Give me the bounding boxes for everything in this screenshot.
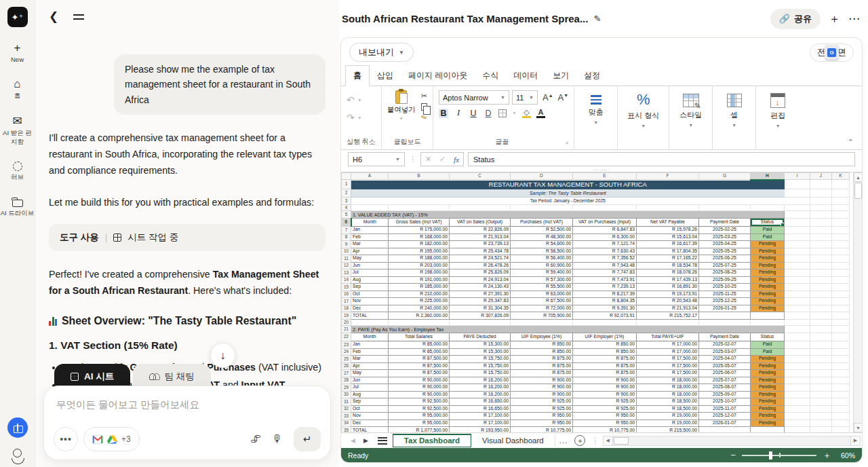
- grid-cell[interactable]: Apr: [351, 362, 389, 370]
- grid-cell[interactable]: R 18,000.00: [637, 391, 699, 398]
- grid-cell[interactable]: Jan: [351, 341, 389, 349]
- row-header-27[interactable]: 27: [342, 370, 351, 377]
- grid-cell[interactable]: Oct: [351, 291, 389, 298]
- row-header-18[interactable]: 18: [342, 305, 351, 312]
- status-cell[interactable]: Pending: [751, 419, 785, 427]
- row-header-9[interactable]: 9: [342, 241, 351, 248]
- grid-cell[interactable]: R 26,478.26: [450, 262, 511, 269]
- grid-cell[interactable]: Nov: [351, 298, 389, 305]
- grid-cell[interactable]: R 210,000.00: [389, 291, 450, 298]
- grid-cell[interactable]: R 900.00: [573, 377, 637, 384]
- grid-cell[interactable]: [832, 241, 850, 248]
- cancel-entry-button[interactable]: ✕: [425, 155, 431, 164]
- attach-icon[interactable]: 🖇: [250, 433, 261, 445]
- grid-cell[interactable]: [832, 189, 850, 198]
- row-header-34[interactable]: 34: [342, 419, 351, 427]
- grid-cell[interactable]: [832, 413, 850, 420]
- row-header-8[interactable]: 8: [342, 234, 351, 241]
- font-dialog-launcher-icon[interactable]: ⌟: [566, 137, 569, 145]
- grid-cell[interactable]: [785, 398, 810, 406]
- row-header-11[interactable]: 11: [342, 255, 351, 263]
- grid-cell[interactable]: [810, 276, 832, 284]
- grid-cell[interactable]: 2025-10-25: [699, 284, 751, 291]
- grid-cell[interactable]: R 705,900.00: [511, 312, 573, 320]
- grid-cell[interactable]: R 25,826.09: [450, 269, 511, 277]
- grid-cell[interactable]: [785, 370, 810, 377]
- grid-cell[interactable]: 2026-01-25: [699, 305, 751, 312]
- grid-cell[interactable]: R 19,173.91: [637, 291, 699, 298]
- status-cell[interactable]: Paid: [751, 234, 785, 241]
- grid-cell[interactable]: R 22,826.09: [450, 227, 511, 234]
- grid-cell[interactable]: [832, 234, 850, 241]
- grid-cell[interactable]: R 17,804.35: [637, 248, 699, 255]
- grid-cell[interactable]: R 203,000.00: [389, 262, 450, 269]
- ribbon-tab-home[interactable]: 홈: [345, 65, 370, 86]
- grid-cell[interactable]: 2025-09-07: [699, 391, 751, 398]
- ribbon-tab-data[interactable]: 데이터: [506, 66, 545, 86]
- grid-cell[interactable]: R 1,077,500.00: [389, 427, 450, 433]
- ribbon-tab-insert[interactable]: 삽입: [370, 66, 401, 86]
- status-cell[interactable]: Pending: [751, 255, 785, 263]
- sidebar-item-new[interactable]: + New: [1, 42, 35, 63]
- grid-cell[interactable]: [785, 291, 810, 298]
- grid-cell[interactable]: R 16,200.00: [450, 391, 511, 398]
- more-options-button[interactable]: •••: [54, 427, 78, 451]
- table-header-payment-date[interactable]: Payment Date: [699, 333, 751, 341]
- table-header-total-paye-uif[interactable]: Total PAYE+UIF: [637, 333, 699, 341]
- row-header-19[interactable]: 19: [342, 312, 351, 320]
- status-cell[interactable]: Pending: [751, 362, 785, 370]
- grid-cell[interactable]: Jan: [351, 227, 389, 234]
- status-cell[interactable]: Pending: [751, 384, 785, 392]
- column-header-K[interactable]: K: [832, 173, 850, 180]
- grid-cell[interactable]: R 950.00: [511, 419, 573, 427]
- grid-cell[interactable]: [832, 219, 850, 227]
- grid-cell[interactable]: R 900.00: [573, 384, 637, 392]
- grid-cell[interactable]: [810, 255, 832, 263]
- grid-cell[interactable]: [511, 320, 573, 326]
- grid-cell[interactable]: [832, 211, 850, 219]
- grid-cell[interactable]: [810, 326, 832, 333]
- grid-cell[interactable]: Mar: [351, 356, 389, 363]
- sheet-tab-prev-arrow[interactable]: ◀: [347, 437, 359, 444]
- sheet-subtitle-cell[interactable]: Sample: The Tasty Table Restaurant: [351, 189, 785, 198]
- grid-cell[interactable]: R 950.00: [573, 419, 637, 427]
- send-button[interactable]: ↵: [294, 427, 321, 451]
- table-header-net-vat-payable[interactable]: Net VAT Payable: [637, 219, 699, 227]
- grid-cell[interactable]: Mar: [351, 241, 389, 248]
- grid-cell[interactable]: R 925.00: [573, 398, 637, 406]
- grid-cell[interactable]: R 850.00: [511, 348, 573, 356]
- grid-cell[interactable]: [751, 205, 785, 211]
- grid-cell[interactable]: R 182,000.00: [389, 241, 450, 248]
- grid-cell[interactable]: R 54,600.00: [511, 241, 573, 248]
- status-cell[interactable]: Pending: [751, 398, 785, 406]
- grid-cell[interactable]: R 950.00: [511, 413, 573, 420]
- header-more-button[interactable]: ⋯: [848, 12, 860, 26]
- grid-cell[interactable]: [389, 320, 450, 326]
- grid-cell[interactable]: R 16,891.30: [637, 284, 699, 291]
- grid-cell[interactable]: R 7,473.91: [573, 276, 637, 284]
- row-header-23[interactable]: 23: [342, 341, 351, 349]
- grid-cell[interactable]: [810, 241, 832, 248]
- status-cell[interactable]: Pending: [751, 276, 785, 284]
- table-header-total-salaries[interactable]: Total Salaries: [389, 333, 450, 341]
- grid-cell[interactable]: [832, 427, 850, 433]
- grid-cell[interactable]: R 19,000.00: [637, 413, 699, 420]
- styles-button[interactable]: 스타일 ▼: [669, 86, 713, 149]
- grid-cell[interactable]: R 950.00: [573, 413, 637, 420]
- grid-cell[interactable]: R 60,900.00: [511, 262, 573, 269]
- grid-cell[interactable]: R 90,000.00: [389, 391, 450, 398]
- grid-cell[interactable]: [785, 391, 810, 398]
- grid-cell[interactable]: R 15,750.00: [450, 362, 511, 370]
- grid-cell[interactable]: 2025-08-25: [699, 269, 751, 277]
- grid-cell[interactable]: [832, 205, 850, 211]
- grid-cell[interactable]: R 2,360,000.00: [389, 312, 450, 320]
- grid-cell[interactable]: [699, 427, 751, 433]
- status-cell[interactable]: Pending: [751, 298, 785, 305]
- grid-cell[interactable]: R 29,347.83: [450, 298, 511, 305]
- column-header-J[interactable]: J: [810, 173, 832, 180]
- tax-period-cell[interactable]: Tax Period: January - December 2025: [351, 198, 785, 205]
- table-header-status[interactable]: Status: [751, 333, 785, 341]
- grid-cell[interactable]: [832, 198, 850, 205]
- table-header-uif-employer-1-[interactable]: UIF Employer (1%): [573, 333, 637, 341]
- ribbon-tab-page-layout[interactable]: 페이지 레이아웃: [401, 66, 475, 86]
